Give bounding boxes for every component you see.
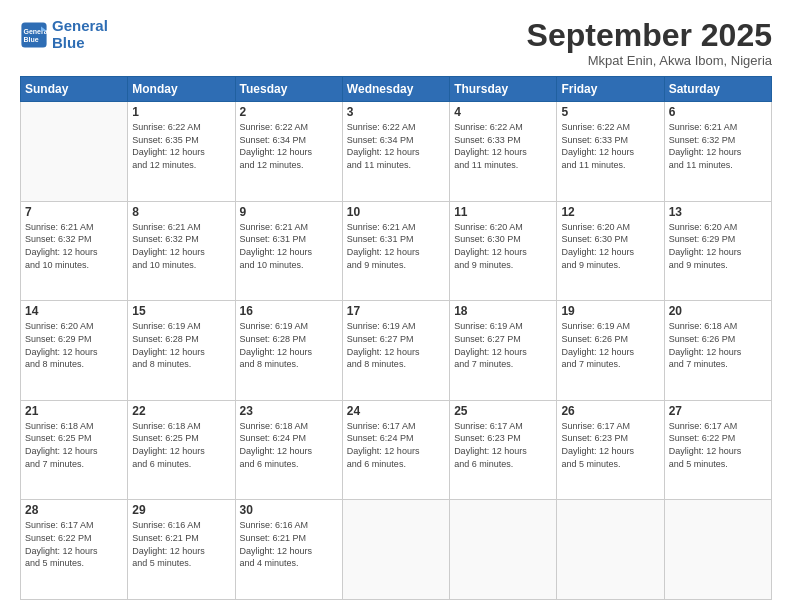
table-row: 6Sunrise: 6:21 AM Sunset: 6:32 PM Daylig… [664,102,771,202]
day-number: 5 [561,105,659,119]
day-number: 28 [25,503,123,517]
table-row: 20Sunrise: 6:18 AM Sunset: 6:26 PM Dayli… [664,301,771,401]
col-thursday: Thursday [450,77,557,102]
day-info: Sunrise: 6:19 AM Sunset: 6:27 PM Dayligh… [347,320,445,370]
col-saturday: Saturday [664,77,771,102]
day-number: 12 [561,205,659,219]
day-number: 7 [25,205,123,219]
day-info: Sunrise: 6:21 AM Sunset: 6:32 PM Dayligh… [669,121,767,171]
day-number: 18 [454,304,552,318]
table-row: 17Sunrise: 6:19 AM Sunset: 6:27 PM Dayli… [342,301,449,401]
day-number: 2 [240,105,338,119]
table-row: 3Sunrise: 6:22 AM Sunset: 6:34 PM Daylig… [342,102,449,202]
table-row: 19Sunrise: 6:19 AM Sunset: 6:26 PM Dayli… [557,301,664,401]
day-info: Sunrise: 6:20 AM Sunset: 6:29 PM Dayligh… [25,320,123,370]
calendar: Sunday Monday Tuesday Wednesday Thursday… [20,76,772,600]
table-row: 28Sunrise: 6:17 AM Sunset: 6:22 PM Dayli… [21,500,128,600]
calendar-week-row: 14Sunrise: 6:20 AM Sunset: 6:29 PM Dayli… [21,301,772,401]
calendar-week-row: 1Sunrise: 6:22 AM Sunset: 6:35 PM Daylig… [21,102,772,202]
table-row: 4Sunrise: 6:22 AM Sunset: 6:33 PM Daylig… [450,102,557,202]
col-sunday: Sunday [21,77,128,102]
day-number: 19 [561,304,659,318]
day-number: 9 [240,205,338,219]
day-number: 10 [347,205,445,219]
day-number: 6 [669,105,767,119]
table-row: 24Sunrise: 6:17 AM Sunset: 6:24 PM Dayli… [342,400,449,500]
day-info: Sunrise: 6:16 AM Sunset: 6:21 PM Dayligh… [132,519,230,569]
table-row: 14Sunrise: 6:20 AM Sunset: 6:29 PM Dayli… [21,301,128,401]
table-row: 15Sunrise: 6:19 AM Sunset: 6:28 PM Dayli… [128,301,235,401]
day-info: Sunrise: 6:20 AM Sunset: 6:30 PM Dayligh… [454,221,552,271]
col-wednesday: Wednesday [342,77,449,102]
day-info: Sunrise: 6:17 AM Sunset: 6:23 PM Dayligh… [561,420,659,470]
day-number: 3 [347,105,445,119]
table-row: 26Sunrise: 6:17 AM Sunset: 6:23 PM Dayli… [557,400,664,500]
col-friday: Friday [557,77,664,102]
day-info: Sunrise: 6:19 AM Sunset: 6:28 PM Dayligh… [132,320,230,370]
day-info: Sunrise: 6:17 AM Sunset: 6:24 PM Dayligh… [347,420,445,470]
day-info: Sunrise: 6:20 AM Sunset: 6:30 PM Dayligh… [561,221,659,271]
day-info: Sunrise: 6:22 AM Sunset: 6:34 PM Dayligh… [347,121,445,171]
table-row: 23Sunrise: 6:18 AM Sunset: 6:24 PM Dayli… [235,400,342,500]
day-number: 29 [132,503,230,517]
day-info: Sunrise: 6:17 AM Sunset: 6:22 PM Dayligh… [25,519,123,569]
day-number: 22 [132,404,230,418]
table-row [664,500,771,600]
day-info: Sunrise: 6:18 AM Sunset: 6:25 PM Dayligh… [132,420,230,470]
calendar-week-row: 7Sunrise: 6:21 AM Sunset: 6:32 PM Daylig… [21,201,772,301]
day-number: 11 [454,205,552,219]
day-info: Sunrise: 6:20 AM Sunset: 6:29 PM Dayligh… [669,221,767,271]
day-info: Sunrise: 6:21 AM Sunset: 6:32 PM Dayligh… [25,221,123,271]
table-row: 18Sunrise: 6:19 AM Sunset: 6:27 PM Dayli… [450,301,557,401]
table-row: 29Sunrise: 6:16 AM Sunset: 6:21 PM Dayli… [128,500,235,600]
table-row: 13Sunrise: 6:20 AM Sunset: 6:29 PM Dayli… [664,201,771,301]
day-info: Sunrise: 6:17 AM Sunset: 6:22 PM Dayligh… [669,420,767,470]
day-info: Sunrise: 6:18 AM Sunset: 6:25 PM Dayligh… [25,420,123,470]
day-info: Sunrise: 6:19 AM Sunset: 6:26 PM Dayligh… [561,320,659,370]
day-info: Sunrise: 6:22 AM Sunset: 6:33 PM Dayligh… [561,121,659,171]
table-row: 16Sunrise: 6:19 AM Sunset: 6:28 PM Dayli… [235,301,342,401]
svg-text:General: General [24,27,49,34]
day-info: Sunrise: 6:22 AM Sunset: 6:35 PM Dayligh… [132,121,230,171]
month-title: September 2025 [527,18,772,53]
page: General Blue General Blue September 2025… [0,0,792,612]
table-row: 10Sunrise: 6:21 AM Sunset: 6:31 PM Dayli… [342,201,449,301]
day-number: 8 [132,205,230,219]
table-row: 27Sunrise: 6:17 AM Sunset: 6:22 PM Dayli… [664,400,771,500]
table-row: 21Sunrise: 6:18 AM Sunset: 6:25 PM Dayli… [21,400,128,500]
day-info: Sunrise: 6:22 AM Sunset: 6:33 PM Dayligh… [454,121,552,171]
table-row [450,500,557,600]
table-row [342,500,449,600]
day-info: Sunrise: 6:17 AM Sunset: 6:23 PM Dayligh… [454,420,552,470]
day-info: Sunrise: 6:18 AM Sunset: 6:26 PM Dayligh… [669,320,767,370]
logo-text: General Blue [52,18,108,51]
logo: General Blue General Blue [20,18,108,51]
day-number: 1 [132,105,230,119]
calendar-week-row: 28Sunrise: 6:17 AM Sunset: 6:22 PM Dayli… [21,500,772,600]
table-row: 5Sunrise: 6:22 AM Sunset: 6:33 PM Daylig… [557,102,664,202]
col-tuesday: Tuesday [235,77,342,102]
day-info: Sunrise: 6:19 AM Sunset: 6:28 PM Dayligh… [240,320,338,370]
table-row: 2Sunrise: 6:22 AM Sunset: 6:34 PM Daylig… [235,102,342,202]
table-row: 9Sunrise: 6:21 AM Sunset: 6:31 PM Daylig… [235,201,342,301]
day-number: 23 [240,404,338,418]
day-number: 21 [25,404,123,418]
svg-text:Blue: Blue [24,36,39,43]
table-row: 25Sunrise: 6:17 AM Sunset: 6:23 PM Dayli… [450,400,557,500]
day-number: 14 [25,304,123,318]
calendar-week-row: 21Sunrise: 6:18 AM Sunset: 6:25 PM Dayli… [21,400,772,500]
table-row [21,102,128,202]
table-row: 11Sunrise: 6:20 AM Sunset: 6:30 PM Dayli… [450,201,557,301]
col-monday: Monday [128,77,235,102]
day-info: Sunrise: 6:22 AM Sunset: 6:34 PM Dayligh… [240,121,338,171]
day-info: Sunrise: 6:21 AM Sunset: 6:32 PM Dayligh… [132,221,230,271]
day-number: 17 [347,304,445,318]
day-number: 13 [669,205,767,219]
day-info: Sunrise: 6:16 AM Sunset: 6:21 PM Dayligh… [240,519,338,569]
table-row: 22Sunrise: 6:18 AM Sunset: 6:25 PM Dayli… [128,400,235,500]
table-row: 30Sunrise: 6:16 AM Sunset: 6:21 PM Dayli… [235,500,342,600]
day-number: 27 [669,404,767,418]
day-number: 25 [454,404,552,418]
calendar-header-row: Sunday Monday Tuesday Wednesday Thursday… [21,77,772,102]
day-number: 15 [132,304,230,318]
